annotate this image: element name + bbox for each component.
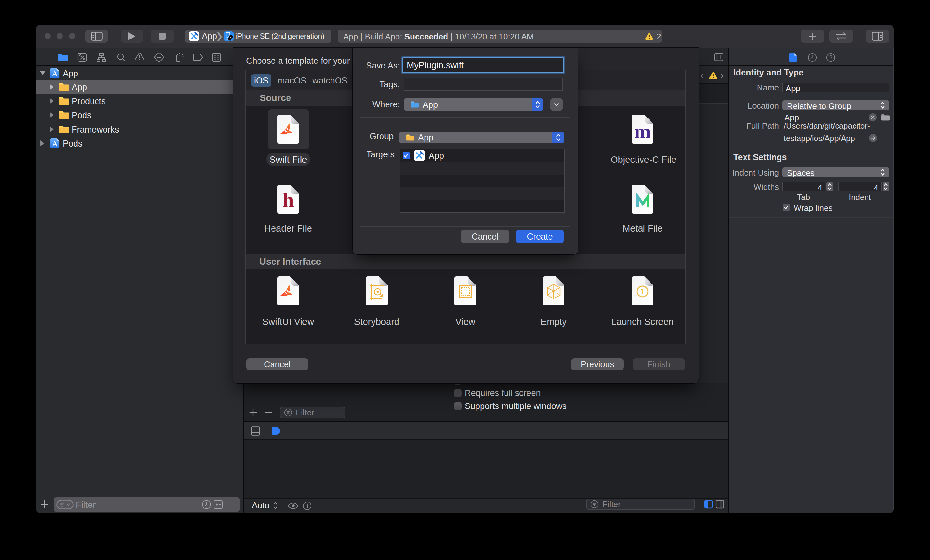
svg-text:1: 1: [640, 287, 645, 296]
svg-text:?: ?: [829, 54, 832, 60]
